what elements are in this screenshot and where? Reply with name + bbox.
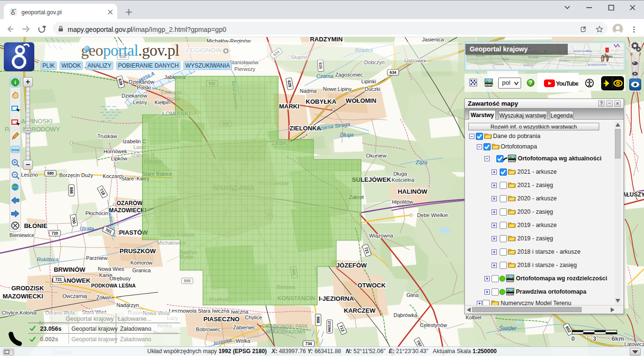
svg-text:Duczki: Duczki: [364, 86, 380, 92]
svg-text:Czarna: Czarna: [316, 73, 333, 79]
svg-text:XYH: XYH: [11, 148, 19, 152]
svg-text:Kałuszyn: Kałuszyn: [559, 59, 569, 62]
svg-text:Kołbiel: Kołbiel: [465, 315, 481, 320]
svg-text:Celestynów: Celestynów: [420, 322, 447, 328]
svg-text:Lipinki: Lipinki: [361, 79, 376, 84]
svg-text:Lipków: Lipków: [111, 156, 127, 161]
svg-text:Wólka: Wólka: [236, 338, 251, 344]
svg-text:OTWOCK: OTWOCK: [357, 282, 386, 289]
svg-text:Ząza: Ząza: [415, 159, 427, 165]
svg-text:Wyszków: Wyszków: [528, 56, 538, 59]
svg-text:Hipolitów: Hipolitów: [392, 199, 413, 205]
svg-text:Chylice-Kolonia: Chylice-Kolonia: [2, 310, 37, 316]
svg-text:Jezioro Lednica: Jezioro Lednica: [574, 49, 592, 52]
svg-text:Chylice: Chylice: [245, 315, 262, 320]
svg-text:Komorów: Komorów: [131, 260, 153, 266]
svg-text:BŁONIE: BŁONIE: [24, 222, 47, 229]
svg-text:WMS: WMS: [507, 292, 514, 296]
svg-text:0: 0: [571, 335, 574, 342]
svg-text:Leszno: Leszno: [21, 172, 38, 178]
svg-text:720: 720: [51, 231, 58, 236]
svg-text:Zagościniec: Zagościniec: [335, 72, 363, 78]
svg-text:Stoby Las: Stoby Las: [523, 64, 534, 67]
svg-text:JÓZEFÓW: JÓZEFÓW: [336, 262, 367, 269]
svg-text:Bobrowiec: Bobrowiec: [196, 326, 221, 332]
svg-text:Stare: Stare: [121, 176, 134, 181]
svg-text:WMS: WMS: [507, 279, 514, 282]
svg-text:MAZOWIECKI: MAZOWIECKI: [2, 293, 43, 300]
svg-text:PIASECZNO: PIASECZNO: [203, 316, 240, 323]
svg-text:Glina: Glina: [406, 292, 419, 298]
svg-text:Parzniew: Parzniew: [86, 255, 107, 261]
svg-text:Koczargi: Koczargi: [103, 173, 123, 179]
svg-text:Nowe Lipiny: Nowe Lipiny: [323, 86, 352, 92]
svg-text:Granica: Granica: [132, 267, 151, 273]
svg-text:Wiązowna: Wiązowna: [369, 233, 394, 238]
svg-text:GRODZISK: GRODZISK: [11, 285, 44, 292]
svg-text:Hornówek: Hornówek: [103, 148, 127, 154]
svg-text:Długa: Długa: [393, 171, 408, 177]
svg-text:OZARÓW: OZARÓW: [117, 199, 143, 207]
svg-text:I-JEZIORNA: I-JEZIORNA: [319, 295, 354, 302]
svg-text:HALINÓW: HALINÓW: [398, 188, 428, 195]
svg-text:721: 721: [55, 277, 62, 282]
svg-text:Nowa Wieś: Nowa Wieś: [98, 266, 124, 272]
svg-text:Rożan: Rożan: [502, 58, 509, 60]
svg-text:3: 3: [593, 335, 596, 342]
svg-text:Owczarnia: Owczarnia: [62, 293, 88, 299]
svg-text:Żółwin: Żółwin: [96, 295, 111, 300]
svg-text:MAZOWIECKI: MAZOWIECKI: [109, 207, 147, 214]
svg-text:Okuniew: Okuniew: [366, 153, 387, 158]
svg-text:Rokitnica: Rokitnica: [37, 257, 58, 262]
svg-text:888: 888: [69, 187, 74, 194]
svg-text:Iwiczna: Iwiczna: [231, 309, 249, 315]
svg-text:PODKOWA LEŚNA: PODKOWA LEŚNA: [91, 283, 136, 288]
svg-text:2729W: 2729W: [327, 321, 332, 333]
svg-text:6km: 6km: [612, 335, 624, 342]
svg-text:Leśny: Leśny: [133, 99, 147, 105]
svg-text:Płochocin: Płochocin: [85, 210, 108, 216]
svg-text:Nadarzyn: Nadarzyn: [116, 302, 139, 308]
svg-text:KOBYŁKA: KOBYŁKA: [306, 98, 337, 105]
svg-text:KRAJOBRAZOWY: KRAJOBRAZOWY: [266, 329, 306, 335]
svg-text:868: 868: [316, 316, 321, 323]
svg-text:Dębe Wielkie: Dębe Wielkie: [417, 212, 448, 218]
svg-text:WMS: WMS: [509, 159, 516, 162]
svg-text:Kościelna: Kościelna: [392, 177, 415, 183]
svg-text:CHOJNOWSKI PARK: CHOJNOWSKI PARK: [262, 324, 308, 329]
svg-text:734: 734: [305, 341, 312, 346]
svg-text:Żołnierka: Żołnierka: [494, 63, 504, 66]
svg-text:Żabieniec: Żabieniec: [233, 325, 256, 330]
svg-text:YouTube: YouTube: [556, 80, 578, 87]
svg-text:Otrębusy: Otrębusy: [110, 276, 131, 281]
svg-text:BRWINÓW: BRWINÓW: [54, 266, 86, 273]
svg-text:Polski: Polski: [137, 85, 151, 90]
svg-text:i: i: [14, 79, 16, 85]
svg-text:Świder: Świder: [499, 325, 517, 332]
svg-text:Długa: Długa: [340, 132, 354, 138]
svg-text:KARCZEW: KARCZEW: [344, 307, 376, 314]
svg-text:WOŁOMIN: WOŁOMIN: [346, 97, 376, 104]
svg-text:Borzęcin Duży: Borzęcin Duży: [60, 172, 93, 178]
svg-text:Nadma: Nadma: [300, 88, 317, 94]
svg-text:898: 898: [184, 278, 191, 283]
svg-text:Dąbrówka: Dąbrówka: [393, 312, 417, 318]
svg-text:580: 580: [47, 171, 54, 176]
svg-text:Bieniewice: Bieniewice: [10, 232, 35, 238]
svg-text:MARKI: MARKI: [279, 103, 300, 110]
svg-text:Truskaw: Truskaw: [97, 133, 117, 139]
svg-text:WMS: WMS: [485, 83, 493, 87]
svg-text:Dziekanów: Dziekanów: [121, 93, 147, 99]
svg-text:Utrata: Utrata: [80, 226, 94, 231]
svg-text:PRUSZKÓW: PRUSZKÓW: [120, 247, 156, 255]
svg-text:WYSOCZYZNA: WYSOCZYZNA: [588, 63, 606, 66]
svg-text:!: !: [607, 49, 608, 52]
